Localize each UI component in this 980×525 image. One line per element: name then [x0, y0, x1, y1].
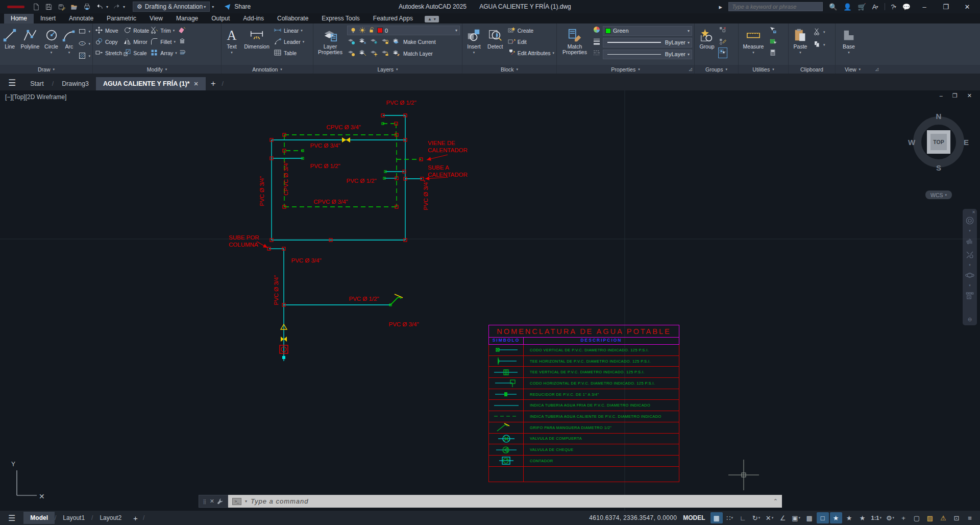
leader-button[interactable]: Leader▾	[274, 37, 304, 46]
close-button[interactable]: ✕	[960, 3, 975, 11]
open-icon[interactable]	[69, 2, 79, 11]
chevron-down-icon[interactable]: ▾	[879, 516, 881, 520]
undo-icon[interactable]	[95, 2, 104, 11]
viewport-window-buttons[interactable]: – ❐ ✕	[940, 92, 976, 99]
layer-isolate-icon[interactable]	[358, 37, 366, 47]
file-tabs-menu-icon[interactable]: ☰	[0, 78, 23, 90]
stretch-button[interactable]: Stretch	[95, 48, 122, 58]
text-button[interactable]: A Text▾	[224, 26, 240, 55]
layout-tab-model[interactable]: Model	[23, 512, 55, 524]
ribbon-tab-output[interactable]: Output	[205, 14, 236, 23]
erase-button[interactable]	[178, 26, 186, 35]
paste-button[interactable]: Paste▾	[791, 26, 810, 55]
viewcube-south[interactable]: S	[936, 163, 941, 172]
rectangle-button[interactable]: ▾	[78, 27, 90, 36]
ribbon-tab-manage[interactable]: Manage	[169, 14, 205, 23]
explode-button[interactable]	[178, 37, 186, 46]
make-current-button[interactable]: Make Current	[403, 37, 436, 47]
undo-dropdown[interactable]: ▾	[106, 5, 108, 9]
layer-thaw-all-icon[interactable]	[370, 49, 378, 59]
status-clean-screen-icon[interactable]: ⊡	[950, 512, 963, 523]
panel-label-draw[interactable]: Draw▾	[0, 65, 92, 74]
line-button[interactable]: Line	[2, 26, 17, 50]
measure-button[interactable]: Measure▾	[741, 26, 766, 55]
copy-clip-button[interactable]: ▾	[813, 40, 825, 50]
layout-menu-icon[interactable]: ☰	[0, 513, 23, 523]
restore-button[interactable]: ❐	[938, 3, 953, 11]
status-customization-menu-icon[interactable]: ≡	[964, 512, 976, 523]
match-layer-icon[interactable]	[392, 49, 400, 59]
viewcube-west[interactable]: W	[908, 138, 915, 147]
base-button[interactable]: Base▾	[838, 26, 860, 55]
status-grid-icon[interactable]: ▦	[710, 512, 723, 523]
navbar-close-icon[interactable]: ✕	[972, 210, 975, 214]
file-tab-drawing3[interactable]: Drawing3	[55, 77, 96, 90]
plot-icon[interactable]	[82, 2, 91, 11]
redo-icon[interactable]	[112, 2, 121, 11]
new-file-icon[interactable]	[31, 2, 40, 11]
panel-label-modify[interactable]: Modify▾	[93, 65, 221, 74]
drag-handle-icon[interactable]: ⣿	[203, 499, 207, 504]
layout-tab-layout1[interactable]: Layout1	[56, 512, 91, 524]
status-annotation-scale-all-icon[interactable]: ★	[856, 512, 869, 523]
chevron-down-icon[interactable]: ▾	[798, 516, 800, 520]
navigation-wheel-icon[interactable]	[965, 216, 974, 225]
layer-lock-icon[interactable]	[381, 37, 389, 47]
model-space-toggle[interactable]: MODEL	[683, 514, 705, 521]
status-dynamic-input-icon[interactable]: ▣▾	[790, 512, 802, 523]
feedback-icon[interactable]: 💬	[902, 3, 911, 11]
status-annotation-visibility-icon[interactable]: ★	[830, 512, 842, 523]
edit-attributes-button[interactable]: Edit Attributes▾	[507, 48, 554, 58]
layout-tab-layout2[interactable]: Layout2	[93, 512, 128, 524]
move-button[interactable]: Move	[95, 26, 122, 35]
help-icon[interactable]: ?▾	[891, 3, 896, 11]
expand-arrow-icon[interactable]: ▸	[719, 3, 723, 11]
array-button[interactable]: Array▾	[150, 48, 177, 58]
layer-properties-button[interactable]: Layer Properties	[315, 26, 345, 55]
ribbon-tab-view[interactable]: View	[143, 14, 169, 23]
status-customization-plus-icon[interactable]: +	[897, 512, 910, 523]
search-icon[interactable]: 🔍	[829, 3, 837, 11]
quick-select-button[interactable]	[769, 26, 777, 35]
viewcube[interactable]: N S W E TOP	[910, 113, 967, 171]
panel-label-block[interactable]: Block▾	[462, 65, 556, 74]
share-button[interactable]: Share	[223, 2, 251, 11]
color-select[interactable]: Green ▾	[603, 26, 692, 36]
table-button[interactable]: Table	[274, 48, 304, 58]
ribbon-tab-annotate[interactable]: Annotate	[62, 14, 100, 23]
status-ortho-icon[interactable]: ∟	[737, 512, 749, 523]
viewcube-north[interactable]: N	[936, 112, 942, 121]
app-store-cart-icon[interactable]: 🛒	[858, 3, 866, 11]
pan-icon[interactable]	[965, 236, 974, 246]
command-history-icon[interactable]: ⌃	[773, 498, 778, 505]
lineweight-icon[interactable]	[593, 37, 601, 47]
edit-block-button[interactable]: Edit	[507, 37, 554, 46]
drawing-canvas[interactable]: [−][Top][2D Wireframe] – ❐ ✕ PVC Ø 1/2"C…	[0, 90, 980, 511]
fillet-button[interactable]: Fillet▾	[150, 37, 177, 46]
status-auto-scale-icon[interactable]: ★	[843, 512, 855, 523]
navigation-bar[interactable]: ✕ ▾ ▾ ▾ ⊖	[963, 209, 977, 325]
status-polar-tracking-icon[interactable]: ↻▾	[750, 512, 763, 523]
status-workspace-settings-icon[interactable]: ⚙▾	[884, 512, 896, 523]
panel-launcher-icon[interactable]: ◿	[689, 67, 692, 71]
status-annotation-monitor-icon[interactable]: ⚠	[937, 512, 949, 523]
qat-customize[interactable]: ▾	[212, 5, 214, 9]
ungroup-button[interactable]	[719, 26, 727, 35]
new-layout-button[interactable]: +	[128, 514, 143, 522]
recent-commands-icon[interactable]: ▾	[245, 499, 247, 504]
ribbon-tab-home[interactable]: Home	[4, 14, 34, 23]
arc-button[interactable]: Arc▾	[62, 26, 76, 55]
group-edit-button[interactable]	[719, 37, 727, 46]
detect-button[interactable]: Detect	[485, 26, 505, 50]
chevron-down-icon[interactable]: ▾	[758, 516, 761, 520]
cut-button[interactable]: ▾	[813, 27, 825, 37]
mirror-button[interactable]: Mirror	[123, 37, 149, 46]
status-graphics-performance-icon[interactable]: ▨	[924, 512, 936, 523]
viewport-controls[interactable]: [−][Top][2D Wireframe]	[5, 93, 66, 101]
panel-label-utilities[interactable]: Utilities▾	[739, 65, 788, 74]
chevron-down-icon[interactable]: ▾	[731, 516, 733, 520]
command-input[interactable]: >_ ▾ Type a command ⌃	[228, 495, 782, 508]
orbit-icon[interactable]	[965, 271, 974, 280]
status-lineweight-icon[interactable]: ▩	[803, 512, 816, 523]
workspace-switcher[interactable]: ⚙ Drafting & Annotation ▾	[133, 2, 210, 12]
